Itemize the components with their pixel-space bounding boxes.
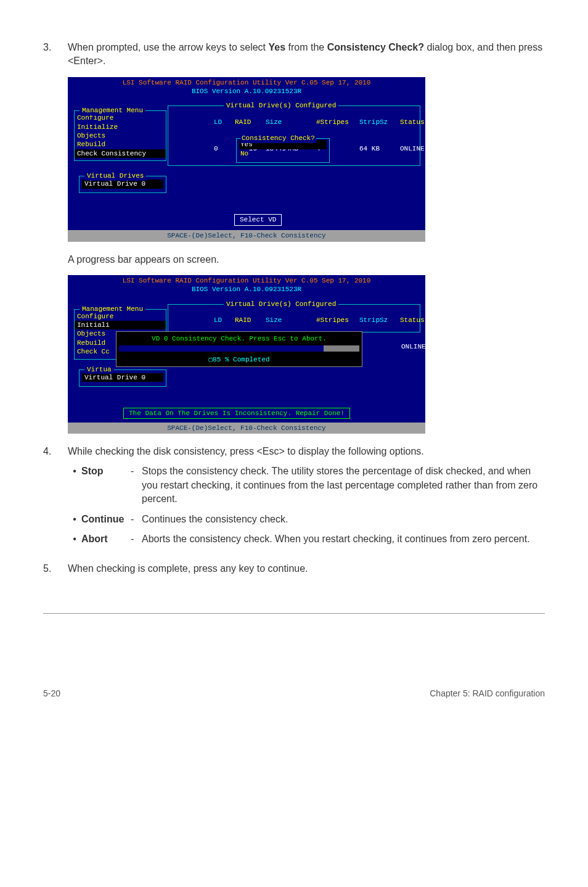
bios2-abort-msg: VD 0 Consistency Check. Press Esc to Abo…	[116, 332, 362, 343]
step-3-number: 3.	[43, 41, 68, 68]
bios2-repair-msg: The Data On The Drives Is Inconsistency.…	[123, 408, 350, 419]
step-3: 3. When prompted, use the arrow keys to …	[43, 41, 545, 68]
th-size: Size	[266, 118, 316, 126]
th2-raid: RAID	[235, 316, 266, 324]
bios1-menu-initialize[interactable]: Initialize	[75, 123, 166, 131]
th2-ld: LD	[214, 316, 235, 324]
opt-continue-dash: -	[131, 513, 142, 526]
bios2-footer: SPACE-(De)Select, F10-Check Consistency	[68, 423, 425, 434]
th-status: Status	[400, 118, 425, 126]
td2-status: ONLINE	[401, 342, 426, 351]
th-stripsz: StripSz	[359, 118, 400, 126]
opt-abort-desc: Aborts the consistency check. When you r…	[142, 532, 545, 546]
bios2-table-header: LDRAIDSize#StripesStripSzStatus	[173, 307, 415, 334]
th2-stripsz: StripSz	[359, 316, 400, 324]
footer-page-num: 5-20	[43, 688, 60, 700]
bios2-progress-fill	[119, 345, 324, 352]
bios2-progress-track	[119, 345, 359, 352]
progress-bar-caption: A progress bar appears on screen.	[68, 253, 545, 266]
th-ld: LD	[214, 118, 235, 126]
step-4-body: While checking the disk consistency, pre…	[68, 445, 545, 552]
bios1-vdrives-group: Virtual Drives Virtual Drive 0	[79, 176, 166, 193]
bullet-icon: •	[68, 532, 81, 546]
bios1-mgmt-group: Management Menu Configure Initialize Obj…	[74, 110, 166, 161]
opt-abort: • Abort - Aborts the consistency check. …	[68, 532, 545, 546]
step-5-number: 5.	[43, 562, 68, 576]
bios1-title2: BIOS Version A.10.09231523R	[68, 87, 425, 97]
bios-screenshot-1: LSI Software RAID Configuration Utility …	[68, 77, 425, 242]
step-5-text: When checking is complete, press any key…	[68, 562, 545, 576]
bios1-menu-rebuild[interactable]: Rebuild	[75, 140, 166, 149]
bios1-table-header: LDRAIDSize#StripesStripSzStatus	[173, 109, 415, 135]
opt-stop-desc: Stops the consistency check. The utility…	[142, 464, 545, 506]
step3-text-b: from the	[285, 42, 327, 52]
step-3-body: When prompted, use the arrow keys to sel…	[68, 41, 545, 68]
bios1-cc-no[interactable]: No	[239, 149, 327, 158]
bios2-vdrives-item[interactable]: Virtual Drive 0	[82, 373, 163, 382]
step4-text: While checking the disk consistency, pre…	[68, 445, 545, 458]
th2-size: Size	[266, 316, 316, 324]
td-ld: 0	[214, 144, 235, 153]
bios2-vdrives-title: Virtua	[84, 365, 114, 374]
opt-continue-desc: Continues the consistency check.	[142, 513, 545, 526]
bullet-icon: •	[68, 464, 81, 506]
step-5: 5. When checking is complete, press any …	[43, 562, 545, 576]
bios2-menu-initiali[interactable]: Initiali	[75, 321, 166, 329]
step3-yes-bold: Yes	[268, 42, 285, 52]
footer-chapter: Chapter 5: RAID configuration	[430, 688, 545, 700]
td-stripsz: 64 KB	[359, 144, 400, 153]
bios1-cc-dialog[interactable]: Consistency Check? Yes No	[236, 138, 330, 163]
page-footer: 5-20 Chapter 5: RAID configuration	[43, 688, 545, 700]
bios1-select-vd[interactable]: Select VD	[234, 214, 282, 225]
bios1-menu-objects[interactable]: Objects	[75, 131, 166, 140]
bios2-vd-configured-group: Virtual Drive(s) Configured LDRAIDSize#S…	[168, 304, 420, 332]
bullet-icon: •	[68, 513, 81, 526]
bios2-vdrives-group: Virtua Virtual Drive 0	[79, 369, 166, 387]
th2-stripes: #Stripes	[316, 316, 359, 324]
bios1-vd-title: Virtual Drive(s) Configured	[224, 101, 338, 110]
step-4: 4. While checking the disk consistency, …	[43, 445, 545, 552]
bios2-title1: LSI Software RAID Configuration Utility …	[68, 275, 425, 285]
bios2-vd-title: Virtual Drive(s) Configured	[224, 300, 338, 308]
bios2-progress-label: ▢85 % Completed	[116, 354, 362, 366]
bios-screenshot-2: LSI Software RAID Configuration Utility …	[68, 275, 425, 434]
opt-stop-name: Stop	[81, 464, 131, 506]
bios2-mgmt-title: Management Menu	[80, 305, 145, 313]
step3-text-a: When prompted, use the arrow keys to sel…	[68, 42, 268, 52]
opt-stop: • Stop - Stops the consistency check. Th…	[68, 464, 545, 506]
opt-stop-dash: -	[131, 464, 142, 506]
th2-status: Status	[400, 316, 425, 324]
step3-cc-bold: Consistency Check?	[327, 42, 424, 52]
bios1-vdrives-title: Virtual Drives	[84, 171, 146, 180]
bios1-footer: SPACE-(De)Select, F10-Check Consistency	[68, 230, 425, 241]
bios1-vdrives-item[interactable]: Virtual Drive 0	[82, 179, 163, 188]
td-status: ONLINE	[400, 144, 425, 153]
opt-abort-name: Abort	[81, 532, 131, 546]
opt-abort-dash: -	[131, 532, 142, 546]
bios1-title1: LSI Software RAID Configuration Utility …	[68, 77, 425, 87]
bios2-progress-dialog: VD 0 Consistency Check. Press Esc to Abo…	[116, 331, 362, 367]
bios1-menu-checkcc[interactable]: Check Consistency	[75, 149, 166, 158]
bios1-cc-title: Consistency Check?	[240, 134, 316, 142]
bios1-mgmt-title: Management Menu	[80, 106, 145, 115]
opt-continue: • Continue - Continues the consistency c…	[68, 513, 545, 526]
footer-rule	[43, 613, 545, 614]
th-stripes: #Stripes	[316, 118, 359, 126]
bios1-vd-configured-group: Virtual Drive(s) Configured LDRAIDSize#S…	[168, 105, 420, 166]
opt-continue-name: Continue	[81, 513, 131, 526]
th-raid: RAID	[235, 118, 266, 126]
bios2-title2: BIOS Version A.10.09231523R	[68, 285, 425, 295]
step-4-number: 4.	[43, 445, 68, 552]
